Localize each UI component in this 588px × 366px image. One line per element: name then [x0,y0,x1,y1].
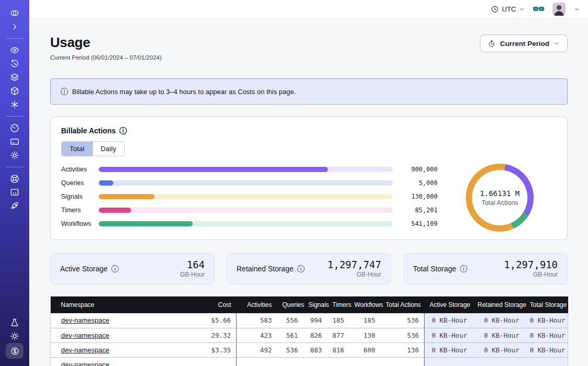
cell-queries: 536 [277,342,303,357]
cell-total-actions [381,357,425,366]
cell-signals: 826 [303,328,327,342]
account-menu-chevron-icon[interactable] [574,6,580,12]
col-cost: Cost [205,296,237,313]
col-signals: Signals [303,296,327,313]
asterisk-icon[interactable] [6,98,23,111]
bar-row-workflows: Workflows 541,109 [61,221,438,227]
timezone-label: UTC [502,5,516,13]
cell-activities: 423 [237,328,277,342]
stat-unit: GB-Hour [180,271,205,278]
sun-icon[interactable] [6,329,23,343]
chevron-down-icon [554,40,560,47]
namespace-link[interactable]: dev-namespace [61,346,110,354]
dollar-coin-icon[interactable] [6,343,23,359]
info-icon[interactable]: ⓘ [297,265,304,272]
active-storage-card: Active Storage ⓘ 164 GB-Hour [50,253,215,284]
namespace-link[interactable]: dev-namespace [61,331,110,339]
sidebar-divider [6,38,23,39]
donut-center: 1.66131 M Total Actions [472,170,527,225]
bar-label: Queries [61,179,99,187]
page-title: Usage [50,35,162,51]
donut-column: 1.66131 M Total Actions [443,166,557,232]
bar-value: 130,000 [393,193,438,200]
page-content: Usage Current Period (06/01/2024 – 07/01… [29,19,588,366]
tab-total[interactable]: Total [62,142,92,156]
info-icon[interactable]: ⓘ [120,127,127,134]
app-root: UTC Usage Current Period (06/01/2024 – 0… [0,0,588,366]
billable-actions-title: Billable Actions [61,127,116,135]
col-timers: Timers [327,296,349,313]
stat-number: 1,297,910 GB-Hour [504,259,558,278]
bar-label: Workflows [61,220,99,227]
namespace-link[interactable]: dev-namespace [61,361,110,366]
cell-total-storage: 0 KB-Hour [525,342,568,357]
main-area: UTC Usage Current Period (06/01/2024 – 0… [29,0,588,366]
table-row: dev-namespace $5.66 583 556 994 185 185 … [51,313,568,328]
bar-label: Signals [61,193,99,200]
bar-value: 541,109 [393,220,438,227]
timezone-selector[interactable]: UTC [491,5,525,13]
billable-actions-card: Billable Actions ⓘ Total Daily Activitie… [50,117,568,240]
chevron-down-icon [519,6,525,12]
period-selector-button[interactable]: Current Period [480,35,568,52]
cell-queries: 556 [277,313,303,328]
flask-icon[interactable] [6,316,23,329]
stat-label: Total Storage [413,265,456,273]
stat-label-row: Total Storage ⓘ [413,265,467,273]
bar-timers [99,208,393,213]
sidebar-divider [6,116,23,117]
bar-row-queries: Queries 5,000 [61,180,438,186]
cell-cost [205,357,237,366]
gear-icon[interactable] [6,148,23,162]
cell-retained-storage: 0 KB-Hour [473,313,525,328]
storage-cards: Active Storage ⓘ 164 GB-Hour Retained St… [50,253,568,284]
cell-timers: 185 [327,313,349,328]
page-subtitle: Current Period (06/01/2024 – 07/01/2024) [50,54,162,61]
layers-icon[interactable] [6,71,23,84]
lifebuoy-icon[interactable] [6,172,23,186]
clock-icon [491,5,499,13]
bar-value: 900,000 [393,166,438,173]
cell-timers [327,357,349,366]
avatar[interactable] [552,3,566,16]
stat-label: Retained Storage [237,265,293,273]
cube-icon[interactable] [6,84,23,98]
cell-total-storage [525,357,568,366]
card-icon[interactable] [6,135,23,148]
kiosk-icon[interactable] [6,186,23,199]
tab-daily[interactable]: Daily [92,142,124,156]
cell-cost: 29.32 [205,328,237,342]
billable-actions-header: Billable Actions ⓘ [61,127,557,135]
eye-icon[interactable] [6,43,23,57]
chevron-right-icon[interactable] [6,20,23,33]
cell-queries: 561 [277,328,303,342]
cell-active-storage: 0 KB-Hour [425,328,473,342]
col-total-actions: Total Actions [381,296,425,313]
period-selector-label: Current Period [500,40,549,48]
cell-signals: 994 [303,313,327,328]
info-icon[interactable]: ⓘ [111,265,119,272]
gauge-icon[interactable] [6,121,23,135]
col-retained-storage: Retained Storage [473,296,525,313]
temporal-logo-icon[interactable] [6,6,23,20]
cell-signals: 883 [303,342,327,357]
glasses-icon[interactable] [533,6,544,13]
cell-active-storage [425,357,473,366]
stat-unit: GB-Hour [357,271,381,278]
info-icon[interactable]: ⓘ [460,265,467,272]
cell-cost: $5.66 [205,313,237,328]
bar-value: 85,201 [393,207,438,214]
info-icon: ⓘ [61,88,68,95]
stat-unit: GB-Hour [533,271,558,278]
cell-total-storage: 0 KB-Hour [525,313,568,328]
stat-label-row: Retained Storage ⓘ [237,265,304,273]
table-header-row: Namespace Cost Activities Queries Signal… [51,296,568,313]
cell-activities: 583 [237,313,277,328]
table-row-clipped: dev-namespace [51,357,568,366]
history-icon[interactable] [6,57,23,71]
page-header: Usage Current Period (06/01/2024 – 07/01… [50,35,568,61]
bar-signals [99,194,393,199]
rocket-icon[interactable] [6,199,23,213]
namespace-link[interactable]: dev-namespace [61,316,110,324]
billable-view-tabs: Total Daily [61,141,125,156]
